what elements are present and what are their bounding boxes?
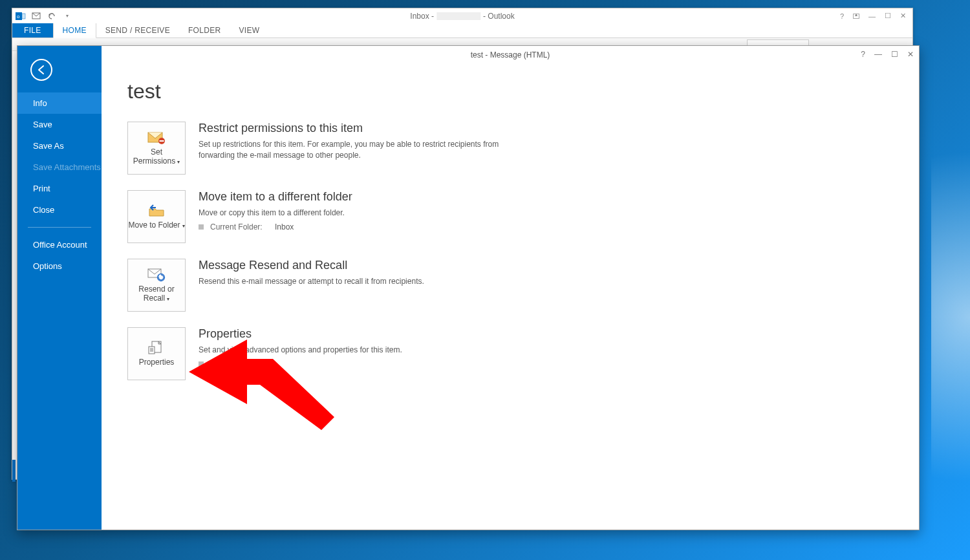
qat-send-receive-icon[interactable] xyxy=(30,10,42,22)
sidebar-item-save-attachments: Save Attachments xyxy=(17,156,102,178)
bullet-icon xyxy=(199,224,204,230)
move-folder-meta: Current Folder: Inbox xyxy=(199,222,352,232)
chevron-down-icon: ▾ xyxy=(182,223,185,229)
message-titlebar: test - Message (HTML) xyxy=(102,46,919,64)
properties-size-label: Size: xyxy=(210,360,230,369)
backstage-back-button[interactable] xyxy=(30,59,52,81)
sidebar-item-info[interactable]: Info xyxy=(17,92,102,114)
properties-size-meta: Size: 12 KB xyxy=(199,360,402,369)
permissions-desc: Set up restrictions for this item. For e… xyxy=(199,139,535,162)
outlook-maximize-icon[interactable]: ☐ xyxy=(885,12,891,20)
move-to-folder-label: Move to Folder xyxy=(128,221,180,230)
message-maximize-icon[interactable]: ☐ xyxy=(891,50,898,59)
tab-send-receive[interactable]: SEND / RECEIVE xyxy=(96,23,179,38)
outlook-close-icon[interactable]: ✕ xyxy=(900,12,906,20)
resend-desc: Resend this e-mail message or attempt to… xyxy=(199,276,424,287)
sidebar-item-office-account[interactable]: Office Account xyxy=(17,234,102,255)
resend-heading: Message Resend and Recall xyxy=(199,259,424,272)
properties-size-value: 12 KB xyxy=(236,360,257,369)
properties-label: Properties xyxy=(139,358,175,367)
sidebar-separator xyxy=(28,227,91,228)
tab-home[interactable]: HOME xyxy=(53,23,96,38)
svg-text:o: o xyxy=(17,14,20,19)
resend-recall-icon xyxy=(147,267,166,283)
message-close-icon[interactable]: ✕ xyxy=(907,50,914,59)
outlook-ribbon-tabs: FILE HOME SEND / RECEIVE FOLDER VIEW xyxy=(12,23,912,38)
properties-button[interactable]: Properties xyxy=(127,327,186,380)
svg-rect-2 xyxy=(22,14,25,19)
envelope-restrict-icon xyxy=(147,130,166,145)
svg-rect-6 xyxy=(160,140,164,142)
section-resend: Resend or Recall▾ Message Resend and Rec… xyxy=(127,259,893,312)
page-title: test xyxy=(127,80,893,103)
message-backstage-window: test - Message (HTML) ? — ☐ ✕ Info Save … xyxy=(17,45,920,530)
outlook-titlebar: o ▾ Inbox - - Outlook ? ▴ — ☐ ✕ xyxy=(12,8,912,23)
move-desc: Move or copy this item to a different fo… xyxy=(199,208,352,219)
message-minimize-icon[interactable]: — xyxy=(874,50,882,59)
outlook-title-redacted xyxy=(436,12,480,20)
chevron-down-icon: ▾ xyxy=(177,159,180,165)
section-properties: Properties Properties Set and view advan… xyxy=(127,327,893,380)
tab-view[interactable]: VIEW xyxy=(230,23,268,38)
outlook-title-prefix: Inbox - xyxy=(410,12,434,21)
properties-desc: Set and view advanced options and proper… xyxy=(199,345,402,356)
sidebar-item-save-as[interactable]: Save As xyxy=(17,135,102,156)
outlook-left-sliver xyxy=(12,460,16,482)
move-to-folder-button[interactable]: Move to Folder▾ xyxy=(127,190,186,243)
resend-recall-button[interactable]: Resend or Recall▾ xyxy=(127,259,186,312)
outlook-ribbon-display-icon[interactable]: ▴ xyxy=(853,14,859,19)
section-permissions: Set Permissions▾ Restrict permissions to… xyxy=(127,122,893,175)
permissions-heading: Restrict permissions to this item xyxy=(199,122,535,135)
sidebar-item-options[interactable]: Options xyxy=(17,255,102,277)
outlook-minimize-icon[interactable]: — xyxy=(868,12,876,20)
set-permissions-label: Set Permissions xyxy=(133,147,175,166)
properties-heading: Properties xyxy=(199,327,402,341)
qat-customize-icon[interactable]: ▾ xyxy=(61,10,73,22)
outlook-title-suffix: - Outlook xyxy=(483,12,515,21)
sidebar-item-close[interactable]: Close xyxy=(17,199,102,221)
properties-icon xyxy=(147,340,166,356)
backstage-sidebar: Info Save Save As Save Attachments Print… xyxy=(17,46,102,530)
message-title: test - Message (HTML) xyxy=(471,50,550,59)
backstage-content: test Set Permissions▾ Restrict permissio… xyxy=(102,46,919,530)
bullet-icon xyxy=(199,361,204,367)
move-folder-value: Inbox xyxy=(275,222,294,232)
sidebar-item-save[interactable]: Save xyxy=(17,114,102,135)
message-help-icon[interactable]: ? xyxy=(861,50,865,59)
tab-file[interactable]: FILE xyxy=(12,23,53,38)
set-permissions-button[interactable]: Set Permissions▾ xyxy=(127,122,186,175)
outlook-app-icon: o xyxy=(15,10,27,22)
move-folder-label: Current Folder: xyxy=(210,222,268,232)
move-folder-icon xyxy=(147,203,166,219)
tab-folder[interactable]: FOLDER xyxy=(179,23,230,38)
move-heading: Move item to a different folder xyxy=(199,190,352,204)
outlook-help-icon[interactable]: ? xyxy=(840,12,844,20)
qat-undo-icon[interactable] xyxy=(46,10,58,22)
chevron-down-icon: ▾ xyxy=(167,296,169,302)
sidebar-item-print[interactable]: Print xyxy=(17,178,102,199)
section-move: Move to Folder▾ Move item to a different… xyxy=(127,190,893,243)
